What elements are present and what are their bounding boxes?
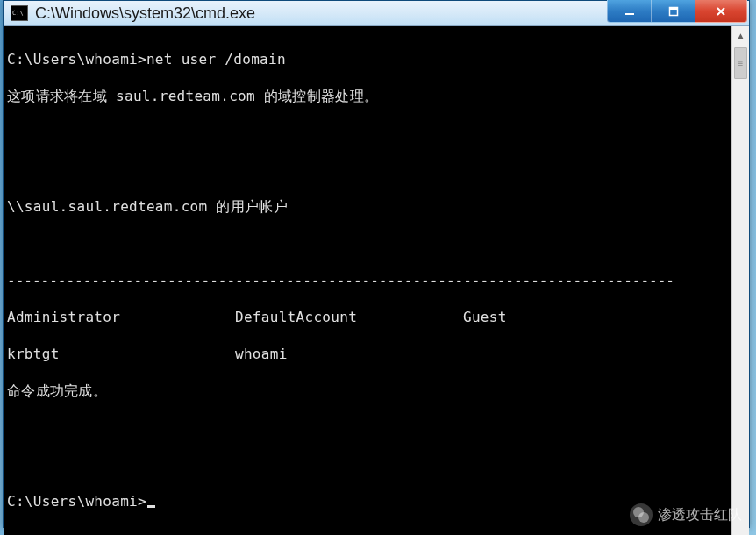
user-cell: Administrator <box>7 308 235 326</box>
maximize-button[interactable] <box>651 0 695 23</box>
window-title: C:\Windows\system32\cmd.exe <box>35 4 607 23</box>
terminal-line: \\saul.saul.redteam.com 的用户帐户 <box>7 197 728 216</box>
user-row: AdministratorDefaultAccountGuest <box>7 308 728 326</box>
terminal-line <box>7 418 728 437</box>
terminal-line <box>7 455 728 474</box>
minimize-button[interactable] <box>607 0 651 23</box>
scroll-thumb[interactable] <box>734 47 747 79</box>
cmd-window: C:\Windows\system32\cmd.exe C:\Users\who… <box>3 0 750 528</box>
close-button[interactable] <box>695 0 747 23</box>
divider-line: ----------------------------------------… <box>7 271 728 289</box>
cursor <box>147 505 155 508</box>
terminal-line: 这项请求将在域 saul.redteam.com 的域控制器处理。 <box>7 87 728 105</box>
user-row: krbtgtwhoami <box>7 345 728 363</box>
scroll-up-arrow-icon[interactable]: ▲ <box>732 26 749 44</box>
svg-rect-0 <box>625 13 634 15</box>
svg-rect-2 <box>669 7 677 10</box>
terminal-line <box>7 160 728 179</box>
scroll-track[interactable] <box>732 44 749 533</box>
user-cell: whoami <box>235 345 463 363</box>
prompt: C:\Users\whoami> <box>7 493 146 510</box>
terminal-output[interactable]: C:\Users\whoami>net user /domain 这项请求将在域… <box>4 26 731 535</box>
command-text: net user /domain <box>146 51 286 68</box>
terminal-line <box>7 234 728 253</box>
user-cell: Guest <box>463 308 691 326</box>
content-area: C:\Users\whoami>net user /domain 这项请求将在域… <box>4 26 749 535</box>
cmd-icon <box>11 5 28 21</box>
user-cell: krbtgt <box>7 345 235 363</box>
vertical-scrollbar[interactable]: ▲ ▼ <box>731 26 749 535</box>
terminal-line <box>7 124 728 142</box>
terminal-line: 命令成功完成。 <box>7 382 728 400</box>
terminal-line: C:\Users\whoami> <box>7 492 728 510</box>
user-cell: DefaultAccount <box>235 308 463 326</box>
window-controls <box>607 1 749 25</box>
terminal-line: C:\Users\whoami>net user /domain <box>7 50 728 68</box>
prompt: C:\Users\whoami> <box>7 51 146 68</box>
titlebar[interactable]: C:\Windows\system32\cmd.exe <box>4 1 749 26</box>
